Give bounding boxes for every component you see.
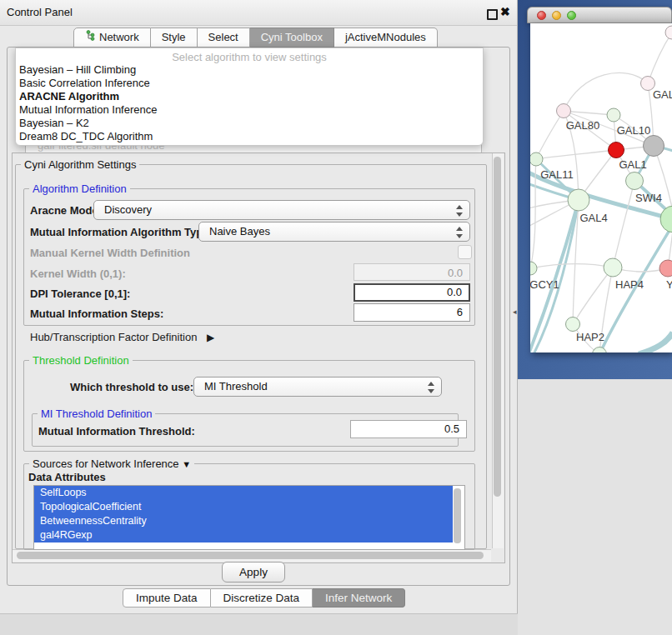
node-label-gal1: GAL1 [619, 158, 646, 171]
hub-definition-label: Hub/Transcription Factor Definition [30, 331, 197, 343]
network-node-gal11[interactable] [530, 152, 543, 166]
algorithm-dropdown-prompt: Select algorithm to view settings [16, 51, 483, 63]
network-edge [564, 111, 614, 115]
network-node-hap4[interactable] [604, 258, 622, 277]
network-canvas[interactable]: GALGAL80GAL10GAL1GAL11SWI4GAL4GCY1HAP4YH… [530, 23, 672, 352]
sources-title[interactable]: Sources for Network Inference ▼ [29, 458, 194, 470]
attribute-item-betweennesscentrality[interactable]: BetweennessCentrality [34, 514, 453, 528]
network-node[interactable] [644, 136, 664, 157]
node-label-gal80: GAL80 [566, 119, 599, 132]
network-node-hap2[interactable] [566, 318, 580, 332]
node-label-swi4: SWI4 [635, 192, 662, 204]
network-edge [648, 32, 672, 83]
algorithm-dropdown-items: Bayesian – Hill ClimbingBasic Correlatio… [16, 63, 483, 143]
network-edge [613, 181, 634, 268]
node-label-y: Y [666, 278, 672, 291]
zoom-light-icon[interactable] [567, 11, 576, 20]
vertical-scrollbar-thumb[interactable] [494, 157, 501, 497]
aracne-mode-value: Discovery [104, 203, 152, 216]
tab-label: Style [162, 28, 186, 47]
horizontal-scrollbar-thumb[interactable] [17, 552, 484, 559]
combo-spinner-icon [428, 381, 434, 394]
which-threshold-value: MI Threshold [204, 380, 268, 392]
mi-algorithm-type-combo[interactable]: Naive Bayes [198, 222, 470, 242]
algorithm-dropdown-list: Select algorithm to view settings Bayesi… [15, 48, 484, 146]
table-panel: Table Panel ⚙ ✓ ✓ shared… name A YDL19…Y… [518, 379, 672, 635]
control-panel-titlebar: Control Panel ✖ [0, 0, 517, 26]
algorithm-option-dream8-dc-tdc-algorithm[interactable]: Dream8 DC_TDC Algorithm [16, 130, 483, 143]
tab-style[interactable]: Style [151, 28, 198, 48]
node-label-gal: GAL [653, 88, 672, 101]
collapse-down-icon[interactable]: ▼ [182, 459, 191, 469]
bottom-tab-discretize-data[interactable]: Discretize Data [211, 588, 313, 608]
cyni-algorithm-settings-title: Cyni Algorithm Settings [21, 158, 139, 171]
manual-kernel-checkbox[interactable] [458, 245, 472, 259]
control-panel-window: Control Panel ✖ galFiltered.sif default … [0, 0, 518, 613]
apply-button[interactable]: Apply [222, 562, 285, 582]
attribute-item-topologicalcoefficient[interactable]: TopologicalCoefficient [34, 500, 453, 514]
tab-network[interactable]: Network [73, 28, 151, 48]
network-edge [530, 264, 613, 268]
attributes-scrollbar-thumb[interactable] [454, 488, 461, 543]
splitter-collapse-icon[interactable]: ◂ [513, 308, 517, 316]
data-attributes-list[interactable]: SelfLoopsTopologicalCoefficientBetweenne… [33, 485, 465, 550]
mi-algorithm-type-value: Naive Bayes [209, 225, 270, 238]
node-label-gal10: GAL10 [617, 124, 650, 137]
algorithm-option-bayesian-k2[interactable]: Bayesian – K2 [16, 117, 483, 130]
node-label-hap4: HAP4 [615, 278, 644, 291]
network-node-gal4[interactable] [568, 189, 589, 211]
attribute-item-gal4rgexp[interactable]: gal4RGexp [34, 528, 453, 542]
aracne-mode-combo[interactable]: Discovery [93, 200, 470, 220]
float-window-icon[interactable] [487, 9, 498, 20]
algorithm-option-mutual-information-inference[interactable]: Mutual Information Inference [16, 103, 483, 117]
network-node-gal10[interactable] [607, 108, 620, 122]
screen: Control Panel ✖ galFiltered.sif default … [0, 0, 672, 635]
window-title: Control Panel [7, 0, 73, 25]
network-graph: GALGAL80GAL10GAL1GAL11SWI4GAL4GCY1HAP4YH… [530, 23, 672, 352]
network-node[interactable] [665, 26, 672, 39]
expand-right-icon[interactable]: ▶ [207, 332, 214, 343]
network-edge [639, 332, 672, 352]
close-light-icon[interactable] [537, 11, 546, 20]
hub-definition-toggle[interactable]: Hub/Transcription Factor Definition ▶ [30, 331, 214, 343]
dpi-tolerance-label: DPI Tolerance [0,1]: [30, 288, 130, 300]
algorithm-option-aracne-algorithm[interactable]: ARACNE Algorithm [16, 90, 483, 103]
bottom-tab-bar: Impute DataDiscretize DataInfer Network [123, 588, 405, 608]
minimize-light-icon[interactable] [552, 11, 561, 20]
kernel-width-field[interactable]: 0.0 [354, 263, 470, 281]
mi-threshold-label: Mutual Information Threshold: [38, 425, 195, 438]
tab-select[interactable]: Select [198, 28, 250, 48]
tab-cyni-toolbox[interactable]: Cyni Toolbox [250, 28, 334, 48]
mi-threshold-field[interactable]: 0.5 [350, 420, 467, 438]
algorithm-option-bayesian-hill-climbing[interactable]: Bayesian – Hill Climbing [16, 63, 483, 77]
which-threshold-combo[interactable]: MI Threshold [193, 377, 442, 397]
kernel-width-label: Kernel Width (0,1): [30, 268, 126, 280]
network-node[interactable] [660, 206, 672, 232]
dpi-tolerance-field[interactable]: 0.0 [354, 283, 470, 302]
manual-kernel-label: Manual Kernel Width Definition [30, 247, 190, 259]
tab-label: Cyni Toolbox [261, 28, 323, 47]
aracne-mode-label: Aracne Mode: [30, 204, 102, 217]
threshold-definition-title: Threshold Definition [29, 354, 133, 367]
algorithm-option-basic-correlation-inference[interactable]: Basic Correlation Inference [16, 77, 483, 90]
network-node[interactable] [593, 348, 607, 353]
sources-title-text: Sources for Network Inference [33, 458, 179, 470]
network-node-y[interactable] [659, 260, 672, 277]
bottom-tab-impute-data[interactable]: Impute Data [123, 588, 211, 608]
mi-threshold-definition-title: MI Threshold Definition [38, 408, 155, 420]
mi-steps-field[interactable]: 6 [354, 303, 470, 322]
network-node-gal80[interactable] [557, 104, 571, 118]
network-node-swi4[interactable] [626, 172, 644, 190]
tab-label: Network [99, 28, 139, 47]
network-node-gal1[interactable] [609, 142, 624, 158]
network-edge [564, 72, 648, 111]
network-window-titlebar[interactable] [527, 7, 672, 23]
attribute-item-selfloops[interactable]: SelfLoops [34, 486, 453, 500]
network-node-gcy1[interactable] [530, 262, 537, 275]
close-icon[interactable]: ✖ [500, 5, 510, 18]
data-attributes-label: Data Attributes [28, 471, 106, 483]
tab-jactivemnodules[interactable]: jActiveMNodules [334, 28, 438, 48]
node-label-hap2: HAP2 [576, 331, 604, 343]
node-label-gcy1: GCY1 [530, 278, 559, 291]
bottom-tab-infer-network[interactable]: Infer Network [313, 588, 405, 608]
